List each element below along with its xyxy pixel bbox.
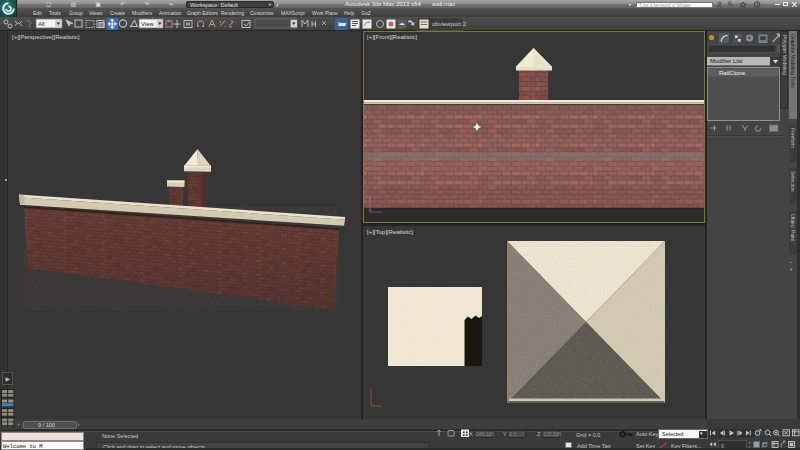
svg-text:RailClone: RailClone bbox=[719, 70, 746, 76]
svg-text:View: View bbox=[141, 21, 155, 27]
svg-text:[+][Top][Realistic]: [+][Top][Realistic] bbox=[367, 229, 413, 235]
svg-text:Modifier List: Modifier List bbox=[710, 58, 743, 64]
svg-text:obviewport 2: obviewport 2 bbox=[432, 21, 467, 27]
svg-text:[+][Front][Realistic]: [+][Front][Realistic] bbox=[367, 34, 418, 40]
svg-text:All: All bbox=[38, 21, 45, 27]
svg-text:[+][Perspective][Realistic]: [+][Perspective][Realistic] bbox=[12, 34, 80, 40]
